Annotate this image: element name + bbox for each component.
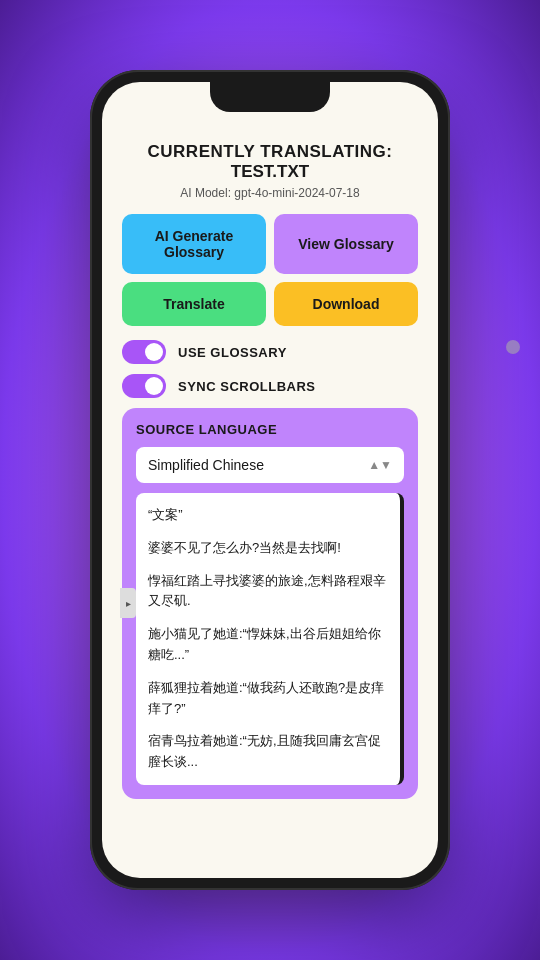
use-glossary-row: USE GLOSSARY [122,340,418,364]
buttons-grid: AI Generate Glossary View Glossary Trans… [122,214,418,326]
screen-content: CURRENTLY TRANSLATING: TEST.TXT AI Model… [102,82,438,878]
sync-scrollbars-toggle[interactable] [122,374,166,398]
title-section: CURRENTLY TRANSLATING: TEST.TXT AI Model… [122,132,418,200]
title-filename: TEST.TXT [122,162,418,182]
phone-notch [210,82,330,112]
source-text-area[interactable]: “文案” 婆婆不见了怎么办?当然是去找啊! 惸福红踏上寻找婆婆的旅途,怎料路程艰… [136,493,404,785]
select-arrows-icon: ▲▼ [368,458,392,472]
title-line1: CURRENTLY TRANSLATING: [122,142,418,162]
ai-generate-glossary-button[interactable]: AI Generate Glossary [122,214,266,274]
use-glossary-label: USE GLOSSARY [178,345,287,360]
text-paragraph-2: 婆婆不见了怎么办?当然是去找啊! [148,538,388,559]
language-select-text: Simplified Chinese [148,457,264,473]
side-arrow-icon[interactable]: ▸ [120,588,136,618]
text-paragraph-6: 宿青鸟拉着她道:“无妨,且随我回庸玄宫促膣长谈... [148,731,388,773]
source-language-section: SOURCE LANGUAGE Simplified Chinese ▲▼ “文… [122,408,418,799]
text-paragraph-3: 惸福红踏上寻找婆婆的旅途,怎料路程艰辛又尽矶. [148,571,388,613]
ai-model-label: AI Model: gpt-4o-mini-2024-07-18 [122,186,418,200]
view-glossary-button[interactable]: View Glossary [274,214,418,274]
translate-button[interactable]: Translate [122,282,266,326]
source-language-title: SOURCE LANGUAGE [136,422,404,437]
download-button[interactable]: Download [274,282,418,326]
language-select[interactable]: Simplified Chinese ▲▼ [136,447,404,483]
sync-scrollbars-row: SYNC SCROLLBARS [122,374,418,398]
toggle-section: USE GLOSSARY SYNC SCROLLBARS [122,340,418,398]
text-paragraph-5: 薛狐狸拉着她道:“做我药人还敢跑?是皮痒痒了?” [148,678,388,720]
text-paragraph-1: “文案” [148,505,388,526]
phone-frame: CURRENTLY TRANSLATING: TEST.TXT AI Model… [90,70,450,890]
scroll-indicator [506,340,520,354]
use-glossary-toggle[interactable] [122,340,166,364]
text-paragraph-4: 施小猫见了她道:“惸妹妹,出谷后姐姐给你糖吃...” [148,624,388,666]
source-language-wrapper: ▸ SOURCE LANGUAGE Simplified Chinese ▲▼ … [122,408,418,799]
phone-screen: CURRENTLY TRANSLATING: TEST.TXT AI Model… [102,82,438,878]
sync-scrollbars-label: SYNC SCROLLBARS [178,379,316,394]
